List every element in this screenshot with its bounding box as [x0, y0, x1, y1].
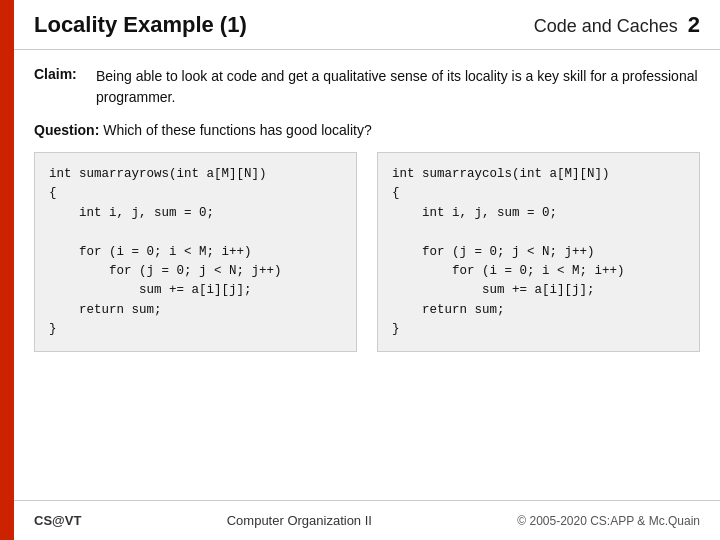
red-accent-bar [0, 0, 14, 540]
claim-row: Claim: Being able to look at code and ge… [34, 66, 700, 108]
question-row: Question: Which of these functions has g… [34, 122, 700, 138]
code-block-cols: int sumarraycols(int a[M][N]) { int i, j… [377, 152, 700, 352]
footer-right: © 2005-2020 CS:APP & Mc.Quain [517, 514, 700, 528]
claim-text: Being able to look at code and get a qua… [96, 66, 700, 108]
footer: CS@VT Computer Organization II © 2005-20… [14, 500, 720, 540]
main-content: Claim: Being able to look at code and ge… [14, 50, 720, 500]
question-label: Question: [34, 122, 99, 138]
question-text: Which of these functions has good locali… [99, 122, 371, 138]
code-block-rows: int sumarrayrows(int a[M][N]) { int i, j… [34, 152, 357, 352]
header: Locality Example (1) Code and Caches 2 [14, 0, 720, 50]
header-page-number: 2 [688, 12, 700, 38]
header-subtitle: Code and Caches [534, 16, 678, 37]
footer-center: Computer Organization II [227, 513, 372, 528]
claim-label: Claim: [34, 66, 86, 82]
page-title: Locality Example (1) [34, 12, 247, 38]
footer-left: CS@VT [34, 513, 81, 528]
code-area: int sumarrayrows(int a[M][N]) { int i, j… [34, 152, 700, 352]
header-right: Code and Caches 2 [534, 12, 700, 38]
